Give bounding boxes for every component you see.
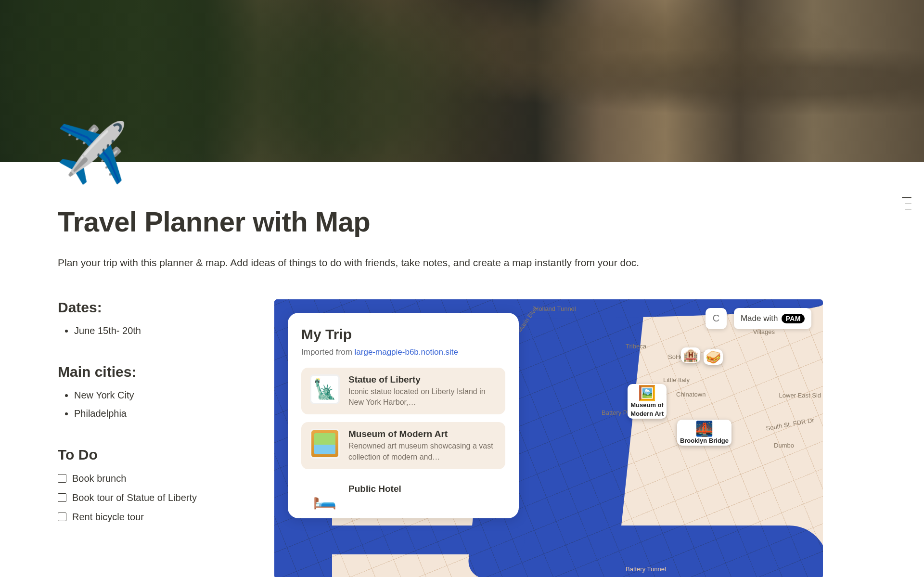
todo-label: Book brunch xyxy=(72,469,126,488)
picture-frame-icon: 🖼️ xyxy=(630,386,664,400)
trip-item-title: Statue of Liberty xyxy=(348,374,497,385)
map-area-label: Lower East Sid xyxy=(779,392,821,399)
imported-link[interactable]: large-magpie-b6b.notion.site xyxy=(355,347,458,357)
trip-item-title: Museum of Modern Art xyxy=(348,429,497,439)
made-with-label: Made with xyxy=(741,314,778,323)
map-pin-food[interactable]: 🥪 xyxy=(704,349,723,365)
outline-tick-icon xyxy=(905,203,911,204)
todo-item[interactable]: Book brunch xyxy=(58,469,250,488)
trip-item-desc: Iconic statue located on Liberty Island … xyxy=(348,386,497,408)
list-item[interactable]: June 15th- 20th xyxy=(74,321,250,340)
checkbox-icon[interactable] xyxy=(58,474,66,483)
checkbox-icon[interactable] xyxy=(58,493,66,502)
todo-heading[interactable]: To Do xyxy=(58,447,250,463)
trip-item[interactable]: Museum of Modern Art Renowned art museum… xyxy=(301,422,505,469)
page-description[interactable]: Plan your trip with this planner & map. … xyxy=(58,255,808,270)
trip-item-title: Public Hotel xyxy=(348,484,497,494)
map-pin-hotel[interactable]: 🏨 xyxy=(681,347,700,363)
page-title[interactable]: Travel Planner with Map xyxy=(58,162,808,238)
todo-label: Rent bicycle tour xyxy=(72,507,144,526)
map-area-label: Tribeca xyxy=(626,343,646,350)
map-pin-brooklyn-bridge[interactable]: 🌉 Brooklyn Bridge xyxy=(677,420,732,446)
todo-list: Book brunch Book tour of Statue of Liber… xyxy=(58,469,250,526)
list-item[interactable]: Philadelphia xyxy=(74,404,250,423)
trip-title: My Trip xyxy=(301,326,505,343)
cover-image xyxy=(0,0,924,162)
right-column: Holland Tunnel Marin Blvd City Tribeca S… xyxy=(274,299,808,577)
map-area-label: Chinatown xyxy=(676,391,706,398)
hotel-icon: 🏨 xyxy=(683,349,698,361)
map-embed[interactable]: Holland Tunnel Marin Blvd City Tribeca S… xyxy=(274,299,823,577)
cities-list: New York City Philadelphia xyxy=(58,386,250,423)
map-area-label: Dumbo xyxy=(774,442,794,449)
sandwich-icon: 🥪 xyxy=(706,351,721,363)
trip-panel[interactable]: My Trip Imported from large-magpie-b6b.n… xyxy=(288,313,519,519)
list-item[interactable]: New York City xyxy=(74,386,250,404)
pin-label: Museum ofModern Art xyxy=(630,401,664,417)
trip-item-desc: Renowned art museum showcasing a vast co… xyxy=(348,441,497,462)
map-area-label: Villages xyxy=(753,328,775,335)
todo-item[interactable]: Rent bicycle tour xyxy=(58,507,250,526)
outline-tick-icon xyxy=(902,197,911,198)
map-user-badge[interactable]: C xyxy=(706,308,727,329)
outline-tick-icon xyxy=(905,209,911,210)
trip-item[interactable]: 🗽 Statue of Liberty Iconic statue locate… xyxy=(301,368,505,415)
made-with-badge[interactable]: Made with PAM xyxy=(734,308,811,329)
imported-line: Imported from large-magpie-b6b.notion.si… xyxy=(301,347,505,357)
map-area-label: Battery Tunnel xyxy=(626,565,666,573)
page-emoji-icon[interactable]: ✈️ xyxy=(56,124,128,181)
imported-prefix: Imported from xyxy=(301,347,355,357)
todo-label: Book tour of Statue of Liberty xyxy=(72,488,197,507)
cities-heading[interactable]: Main cities: xyxy=(58,364,250,380)
bridge-icon: 🌉 xyxy=(680,422,729,436)
map-pin-moma[interactable]: 🖼️ Museum ofModern Art xyxy=(628,384,667,419)
dates-list: June 15th- 20th xyxy=(58,321,250,340)
checkbox-icon[interactable] xyxy=(58,513,66,521)
map-area-label: Little Italy xyxy=(663,376,690,384)
dates-heading[interactable]: Dates: xyxy=(58,299,250,316)
todo-item[interactable]: Book tour of Statue of Liberty xyxy=(58,488,250,507)
statue-of-liberty-icon: 🗽 xyxy=(310,374,340,404)
hotel-icon: 🛏️ xyxy=(310,484,340,513)
map-area-label: Holland Tunnel xyxy=(534,305,576,312)
trip-item[interactable]: 🛏️ Public Hotel xyxy=(301,477,505,513)
left-column: Dates: June 15th- 20th Main cities: New … xyxy=(58,299,250,577)
pam-logo-icon: PAM xyxy=(782,314,805,323)
art-museum-icon xyxy=(310,429,340,459)
pin-label: Brooklyn Bridge xyxy=(680,437,729,444)
mini-outline[interactable] xyxy=(902,197,913,210)
